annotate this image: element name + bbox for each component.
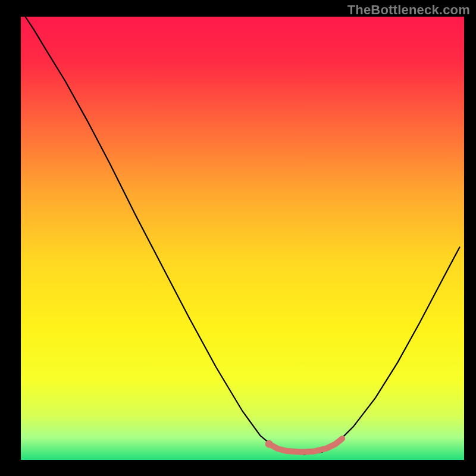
plot-background	[21, 17, 464, 460]
chart-svg	[0, 0, 476, 476]
watermark-text: TheBottleneck.com	[347, 2, 470, 18]
chart-frame: TheBottleneck.com	[0, 0, 476, 476]
highlight-start-dot	[265, 440, 273, 448]
